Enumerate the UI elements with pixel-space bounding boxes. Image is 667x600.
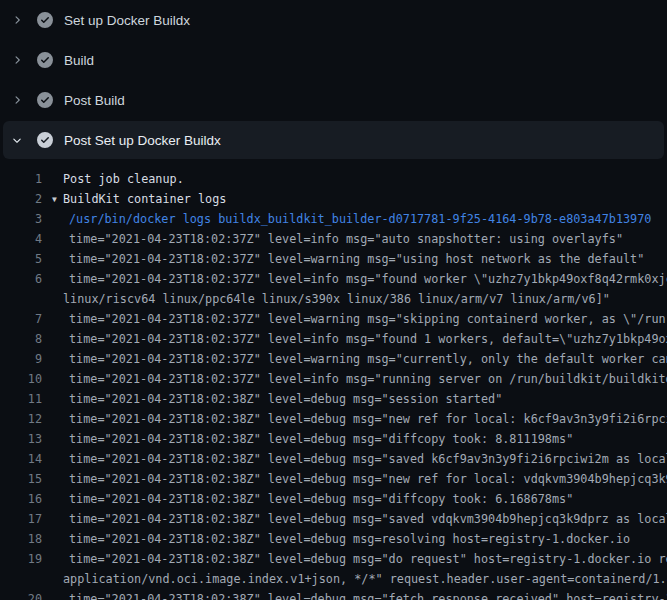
line-number-link[interactable]: 11 <box>0 389 42 409</box>
log-line: 13 time="2021-04-23T18:02:38Z" level=deb… <box>0 429 667 449</box>
log-text: time="2021-04-23T18:02:37Z" level=info m… <box>42 369 667 389</box>
log-text: time="2021-04-23T18:02:38Z" level=debug … <box>42 409 667 429</box>
log-line: 17 time="2021-04-23T18:02:38Z" level=deb… <box>0 509 667 529</box>
chevron-right-icon[interactable] <box>9 12 25 28</box>
github-actions-log-viewer: Set up Docker Buildx Build Post Build <box>0 0 667 600</box>
line-number-link[interactable]: 1 <box>0 169 42 189</box>
log-text: Post job cleanup. <box>42 169 667 189</box>
line-number-link[interactable]: 14 <box>0 449 42 469</box>
step-label: Build <box>64 53 94 68</box>
log-line: 6 time="2021-04-23T18:02:37Z" level=info… <box>0 269 667 289</box>
log-line: 8 time="2021-04-23T18:02:37Z" level=info… <box>0 329 667 349</box>
line-number-link[interactable]: 7 <box>0 309 42 329</box>
line-number-link[interactable]: 20 <box>0 589 42 600</box>
log-line: 5 time="2021-04-23T18:02:37Z" level=warn… <box>0 249 667 269</box>
log-line: 16 time="2021-04-23T18:02:38Z" level=deb… <box>0 489 667 509</box>
step-row-post-build[interactable]: Post Build <box>0 80 667 120</box>
log-text: time="2021-04-23T18:02:37Z" level=info m… <box>42 329 667 349</box>
line-number-link[interactable]: 17 <box>0 509 42 529</box>
line-number-link[interactable]: 2 <box>0 189 42 209</box>
log-line: 10 time="2021-04-23T18:02:37Z" level=inf… <box>0 369 667 389</box>
log-text: /usr/bin/docker logs buildx_buildkit_bui… <box>42 209 667 229</box>
line-number-link[interactable]: 10 <box>0 369 42 389</box>
group-title: BuildKit container logs <box>63 192 226 206</box>
log-group-toggle[interactable]: ▼BuildKit container logs <box>42 189 667 209</box>
check-circle-icon <box>37 92 53 108</box>
log-line: 9 time="2021-04-23T18:02:37Z" level=warn… <box>0 349 667 369</box>
step-label: Post Build <box>64 93 125 108</box>
step-row-post-set-up-docker-buildx[interactable]: Post Set up Docker Buildx <box>0 120 667 160</box>
log-text: time="2021-04-23T18:02:37Z" level=warnin… <box>42 249 667 269</box>
log-lines: 1 Post job cleanup. 2 ▼BuildKit containe… <box>0 160 667 600</box>
steps-list: Set up Docker Buildx Build Post Build <box>0 0 667 160</box>
log-text: time="2021-04-23T18:02:38Z" level=debug … <box>42 429 667 449</box>
line-number-link[interactable]: 8 <box>0 329 42 349</box>
log-text: time="2021-04-23T18:02:38Z" level=debug … <box>42 509 667 529</box>
log-line: 2 ▼BuildKit container logs <box>0 189 667 209</box>
log-text: time="2021-04-23T18:02:38Z" level=debug … <box>42 549 667 569</box>
line-number-link[interactable] <box>0 569 42 589</box>
check-circle-icon <box>37 12 53 28</box>
log-text: time="2021-04-23T18:02:38Z" level=debug … <box>42 389 667 409</box>
log-line: 4 time="2021-04-23T18:02:37Z" level=info… <box>0 229 667 249</box>
chevron-down-icon[interactable] <box>9 132 25 148</box>
log-line: 20 time="2021-04-23T18:02:38Z" level=deb… <box>0 589 667 600</box>
step-row-set-up-docker-buildx[interactable]: Set up Docker Buildx <box>0 0 667 40</box>
log-text: linux/riscv64 linux/ppc64le linux/s390x … <box>42 289 667 309</box>
check-circle-icon <box>37 132 53 148</box>
line-number-link[interactable]: 15 <box>0 469 42 489</box>
line-number-link[interactable] <box>0 289 42 309</box>
log-text: time="2021-04-23T18:02:37Z" level=info m… <box>42 229 667 249</box>
log-text: time="2021-04-23T18:02:37Z" level=info m… <box>42 269 667 289</box>
line-number-link[interactable]: 3 <box>0 209 42 229</box>
chevron-right-icon[interactable] <box>9 52 25 68</box>
log-text: time="2021-04-23T18:02:38Z" level=debug … <box>42 589 667 600</box>
log-line: 15 time="2021-04-23T18:02:38Z" level=deb… <box>0 469 667 489</box>
step-label: Post Set up Docker Buildx <box>64 133 221 148</box>
line-number-link[interactable]: 18 <box>0 529 42 549</box>
line-number-link[interactable]: 12 <box>0 409 42 429</box>
line-number-link[interactable]: 19 <box>0 549 42 569</box>
log-text: application/vnd.oci.image.index.v1+json,… <box>42 569 667 589</box>
log-text: time="2021-04-23T18:02:38Z" level=debug … <box>42 469 667 489</box>
log-text: time="2021-04-23T18:02:38Z" level=debug … <box>42 449 667 469</box>
check-circle-icon <box>37 52 53 68</box>
line-number-link[interactable]: 6 <box>0 269 42 289</box>
step-label: Set up Docker Buildx <box>64 13 190 28</box>
log-line: 1 Post job cleanup. <box>0 169 667 189</box>
line-number-link[interactable]: 5 <box>0 249 42 269</box>
line-number-link[interactable]: 13 <box>0 429 42 449</box>
chevron-right-icon[interactable] <box>9 92 25 108</box>
log-line: linux/riscv64 linux/ppc64le linux/s390x … <box>0 289 667 309</box>
log-text: time="2021-04-23T18:02:38Z" level=debug … <box>42 529 667 549</box>
log-text: time="2021-04-23T18:02:37Z" level=warnin… <box>42 309 667 329</box>
triangle-down-icon: ▼ <box>52 190 63 209</box>
log-line: 18 time="2021-04-23T18:02:38Z" level=deb… <box>0 529 667 549</box>
log-text: time="2021-04-23T18:02:37Z" level=warnin… <box>42 349 667 369</box>
log-line: application/vnd.oci.image.index.v1+json,… <box>0 569 667 589</box>
log-line: 7 time="2021-04-23T18:02:37Z" level=warn… <box>0 309 667 329</box>
log-text: time="2021-04-23T18:02:38Z" level=debug … <box>42 489 667 509</box>
log-line: 19 time="2021-04-23T18:02:38Z" level=deb… <box>0 549 667 569</box>
log-line: 3 /usr/bin/docker logs buildx_buildkit_b… <box>0 209 667 229</box>
log-line: 12 time="2021-04-23T18:02:38Z" level=deb… <box>0 409 667 429</box>
line-number-link[interactable]: 4 <box>0 229 42 249</box>
line-number-link[interactable]: 9 <box>0 349 42 369</box>
log-line: 14 time="2021-04-23T18:02:38Z" level=deb… <box>0 449 667 469</box>
step-row-build[interactable]: Build <box>0 40 667 80</box>
log-line: 11 time="2021-04-23T18:02:38Z" level=deb… <box>0 389 667 409</box>
line-number-link[interactable]: 16 <box>0 489 42 509</box>
